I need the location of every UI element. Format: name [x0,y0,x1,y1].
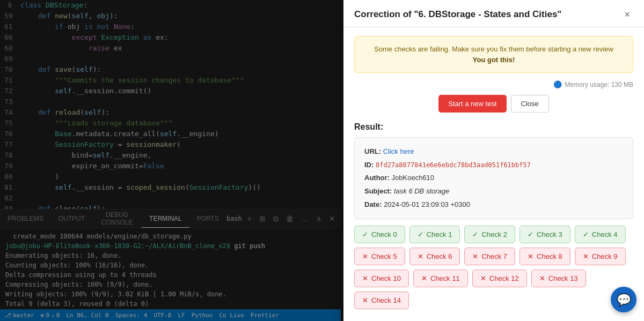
check-fail-icon: ✕ [362,252,368,260]
warning-text-line2: You got this! [365,55,622,65]
check-label: Check 5 [371,252,397,260]
chat-bubble[interactable]: 💬 [611,287,636,312]
check-fail-icon: ✕ [362,296,368,304]
modal-close-button[interactable]: × [621,9,633,20]
check-label: Check 13 [548,274,578,282]
check-button-3[interactable]: ✓Check 3 [519,226,570,243]
warning-banner: Some checks are failing. Make sure you f… [354,36,633,73]
check-fail-icon: ✕ [583,252,589,260]
modal-dialog: Correction of "6. DBStorage - States and… [343,0,644,321]
check-button-2[interactable]: ✓Check 2 [464,226,515,243]
start-test-button[interactable]: Start a new test [438,95,506,113]
check-button-14[interactable]: ✕Check 14 [354,292,409,309]
commit-url-row: URL: Click here [364,145,623,159]
check-label: Check 0 [371,230,397,238]
check-label: Check 4 [592,230,618,238]
result-heading: Result: [354,122,633,132]
check-fail-icon: ✕ [418,252,423,260]
check-label: Check 1 [427,230,452,238]
close-button[interactable]: Close [511,95,549,113]
check-button-13[interactable]: ✕Check 13 [531,270,586,287]
check-label: Check 12 [489,274,519,282]
check-fail-icon: ✕ [362,274,368,282]
commit-date-label: Date: [364,200,382,208]
commit-id-value: 8fd27a8077841e6e6ebdc78bd3aad051f61bbf57 [376,161,531,169]
check-fail-icon: ✕ [480,274,486,282]
check-label: Check 6 [427,252,452,260]
memory-label: Memory usage: 130 MB [565,81,633,88]
commit-author-row: Author: JobKoech610 [364,171,623,185]
check-label: Check 3 [537,230,562,238]
checks-grid: ✓Check 0✓Check 1✓Check 2✓Check 3✓Check 4… [354,226,633,309]
check-pass-icon: ✓ [472,230,478,238]
check-button-4[interactable]: ✓Check 4 [575,226,626,243]
check-fail-icon: ✕ [539,274,545,282]
commit-date-value: 2024-05-01 23:09:03 +0300 [384,200,470,208]
check-button-7[interactable]: ✕Check 7 [464,248,515,265]
check-button-1[interactable]: ✓Check 1 [409,226,460,243]
check-pass-icon: ✓ [418,230,423,238]
commit-author-label: Author: [364,174,390,182]
check-button-5[interactable]: ✕Check 5 [354,248,405,265]
action-buttons: Start a new test Close [354,95,633,113]
check-button-9[interactable]: ✕Check 9 [575,248,626,265]
memory-row: 🔵 Memory usage: 130 MB [354,80,633,88]
commit-subject-label: Subject: [364,187,392,195]
check-label: Check 7 [481,252,507,260]
check-label: Check 2 [481,230,507,238]
commit-url-label: URL: [364,147,381,155]
check-label: Check 14 [371,296,401,304]
check-button-6[interactable]: ✕Check 6 [409,248,460,265]
check-fail-icon: ✕ [472,252,478,260]
check-fail-icon: ✕ [421,274,427,282]
commit-subject-row: Subject: task 6 DB storage [364,185,623,198]
commit-id-row: ID: 8fd27a8077841e6e6ebdc78bd3aad051f61b… [364,159,623,172]
check-label: Check 9 [592,252,618,260]
modal-body: Some checks are failing. Make sure you f… [343,27,644,321]
check-label: Check 10 [371,274,401,282]
memory-icon: 🔵 [553,80,562,88]
modal-title: Correction of "6. DBStorage - States and… [354,9,561,20]
warning-text-line1: Some checks are failing. Make sure you f… [365,44,622,55]
commit-url-link[interactable]: Click here [383,147,414,155]
check-fail-icon: ✕ [528,252,533,260]
commit-id-label: ID: [364,161,374,169]
check-button-8[interactable]: ✕Check 8 [519,248,570,265]
commit-date-row: Date: 2024-05-01 23:09:03 +0300 [364,198,623,212]
commit-subject-value: task 6 DB storage [394,187,449,195]
check-button-12[interactable]: ✕Check 12 [472,270,527,287]
commit-author-value: JobKoech610 [392,174,435,182]
chat-icon: 💬 [617,293,631,307]
check-button-10[interactable]: ✕Check 10 [354,270,409,287]
check-label: Check 8 [537,252,562,260]
commit-box: URL: Click here ID: 8fd27a8077841e6e6ebd… [354,137,633,219]
check-button-11[interactable]: ✕Check 11 [413,270,468,287]
check-pass-icon: ✓ [528,230,533,238]
check-pass-icon: ✓ [362,230,368,238]
check-label: Check 11 [430,274,460,282]
check-button-0[interactable]: ✓Check 0 [354,226,405,243]
check-pass-icon: ✓ [583,230,589,238]
result-section: Result: URL: Click here ID: 8fd27a807784… [354,122,633,309]
modal-header: Correction of "6. DBStorage - States and… [343,0,644,27]
